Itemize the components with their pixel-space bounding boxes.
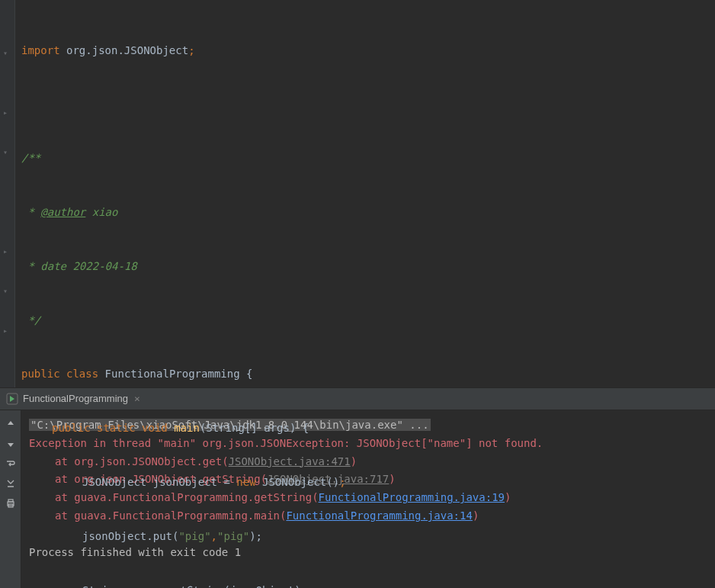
keyword-import: import [21, 44, 60, 56]
javadoc-close: */ [21, 314, 40, 326]
svg-rect-2 [8, 500, 13, 502]
javadoc-open: /** [21, 152, 40, 164]
javadoc-author-tag: @author [40, 206, 85, 218]
code-content[interactable]: import org.json.JSONObject; /** * @autho… [15, 0, 715, 387]
up-stack-icon[interactable] [2, 415, 20, 433]
soft-wrap-icon[interactable] [2, 455, 20, 473]
fold-end-icon[interactable]: ▸ [3, 325, 12, 334]
class-name: FunctionalProgramming [105, 368, 246, 380]
fold-end-icon[interactable]: ▸ [3, 246, 12, 255]
console-toolbar [0, 410, 21, 588]
method-main: main [174, 422, 200, 434]
down-stack-icon[interactable] [2, 435, 20, 453]
fold-icon[interactable]: ▾ [3, 285, 12, 294]
code-editor[interactable]: ▾ ▸ ▾ ▸ ▾ ▸ import org.json.JSONObject; … [0, 0, 715, 387]
run-config-icon [6, 393, 18, 405]
javadoc-date: * date 2022-04-18 [21, 260, 137, 272]
fold-icon[interactable]: ▸ [3, 107, 12, 116]
fold-icon[interactable]: ▾ [3, 146, 12, 156]
fold-icon[interactable]: ▾ [3, 47, 12, 56]
scroll-to-end-icon[interactable] [2, 474, 20, 493]
print-icon[interactable] [2, 494, 20, 512]
editor-gutter: ▾ ▸ ▾ ▸ ▾ ▸ [0, 0, 15, 387]
